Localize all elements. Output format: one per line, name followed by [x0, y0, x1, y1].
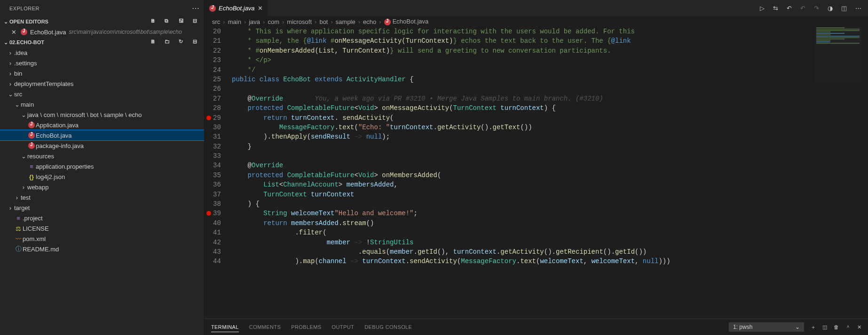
project-header[interactable]: ⌄ 02.ECHO-BOT 🗎 🗀 ↻ ⊟ [0, 37, 204, 47]
breadcrumb-segment[interactable]: java [249, 18, 260, 25]
breadcrumb-segment[interactable]: microsoft [287, 18, 312, 25]
breakpoint-icon[interactable] [206, 211, 211, 216]
close-all-icon[interactable]: ⊟ [193, 18, 200, 25]
folder-item[interactable]: ⌄main [0, 99, 204, 109]
editor-group: EchoBot.java ✕ ▷ ⇆ ↶ ↶ ↷ ◑ ◫ ⋯ src›main›… [205, 0, 868, 335]
panel-tab-debug-console[interactable]: DEBUG CONSOLE [364, 324, 412, 330]
close-icon[interactable]: ✕ [258, 5, 263, 12]
breadcrumb-segment[interactable]: echo [363, 18, 376, 25]
file-item[interactable]: {}log4j2.json [0, 171, 204, 182]
license-file-icon: ⚖ [14, 225, 23, 232]
more-actions-icon[interactable]: ⋯ [855, 5, 861, 12]
tree-label: log4j2.json [36, 173, 65, 180]
line-number: 44 [213, 257, 225, 266]
open-editor-item[interactable]: ✕ EchoBot.java src\main\java\com\microso… [0, 27, 204, 37]
collapse-all-icon[interactable]: ⊟ [193, 39, 200, 46]
line-number: 39 [213, 209, 225, 218]
open-editors-header[interactable]: ⌄ OPEN EDITORS 🗎 ⧉ 🖫 ⊟ [0, 16, 204, 27]
close-icon[interactable]: ✕ [11, 29, 18, 36]
tab-label: EchoBot.java [219, 5, 255, 12]
new-folder-icon[interactable]: 🗀 [165, 39, 172, 46]
tree-label: webapp [27, 184, 49, 191]
chevron-right-icon: › [7, 80, 14, 87]
line-number: 28 [213, 103, 225, 113]
history-icon[interactable]: ◑ [828, 5, 833, 12]
maximize-panel-icon[interactable]: ＾ [845, 324, 851, 331]
line-number: 40 [213, 218, 225, 228]
folder-item[interactable]: ›test [0, 192, 204, 203]
file-item[interactable]: 〰pom.xml [0, 234, 204, 244]
line-number: 43 [213, 247, 225, 257]
project-actions: 🗎 🗀 ↻ ⊟ [150, 39, 200, 46]
line-number: 20 [213, 27, 225, 36]
close-panel-icon[interactable]: ✕ [857, 324, 861, 330]
layout-icon[interactable]: ⧉ [165, 18, 172, 25]
panel-tab-problems[interactable]: PROBLEMS [291, 324, 321, 330]
java-file-icon [21, 29, 27, 35]
file-item[interactable]: Application.java [0, 120, 204, 130]
code-editor[interactable]: 2021222324252627282930313233343536373839… [205, 27, 868, 319]
file-item[interactable]: ⚖LICENSE [0, 223, 204, 234]
panel-tab-output[interactable]: OUTPUT [332, 324, 355, 330]
chevron-down-icon: ⌄ [13, 101, 21, 108]
refresh-icon[interactable]: ↻ [179, 39, 186, 46]
tab-bar: EchoBot.java ✕ ▷ ⇆ ↶ ↶ ↷ ◑ ◫ ⋯ [205, 0, 868, 16]
folder-item[interactable]: ›.idea [0, 47, 204, 58]
folder-item[interactable]: ⌄src [0, 89, 204, 99]
folder-item[interactable]: ›deploymentTemplates [0, 78, 204, 89]
new-file-icon[interactable]: 🗎 [150, 39, 158, 46]
split-editor-icon[interactable]: ◫ [841, 5, 847, 12]
file-tree: ›.idea›.settings›bin›deploymentTemplates… [0, 47, 204, 335]
line-number: 23 [213, 55, 225, 65]
tree-label: application.properties [36, 163, 94, 170]
new-terminal-icon[interactable]: ＋ [811, 324, 816, 331]
breadcrumb[interactable]: src›main›java›com›microsoft›bot›sample›e… [205, 16, 868, 27]
folder-item[interactable]: ⌄java \ com \ microsoft \ bot \ sample \… [0, 109, 204, 120]
folder-item[interactable]: ›.settings [0, 58, 204, 68]
breakpoint-gutter[interactable] [205, 27, 213, 319]
tree-label: deploymentTemplates [14, 80, 73, 87]
compare-icon[interactable]: ⇆ [773, 5, 778, 12]
tree-label: .settings [14, 60, 37, 67]
tree-label: package-info.java [36, 142, 84, 149]
terminal-selector[interactable]: 1: pwsh ⌄ [729, 322, 804, 332]
file-item[interactable]: EchoBot.java [0, 130, 204, 140]
breadcrumb-segment[interactable]: src [212, 18, 220, 25]
breakpoint-icon[interactable] [206, 116, 211, 120]
chevron-right-icon: › [7, 70, 14, 77]
folder-item[interactable]: ›target [0, 203, 204, 213]
split-terminal-icon[interactable]: ◫ [822, 324, 827, 330]
line-number-gutter: 2021222324252627282930313233343536373839… [213, 27, 232, 319]
file-item[interactable]: ≡.project [0, 213, 204, 223]
git-prev-icon[interactable]: ↶ [787, 5, 792, 12]
panel-tab-comments[interactable]: COMMENTS [249, 324, 281, 330]
folder-item[interactable]: ⌄resources [0, 151, 204, 161]
project-title: 02.ECHO-BOT [9, 39, 44, 45]
new-file-icon[interactable]: 🗎 [150, 18, 158, 25]
tree-label: src [14, 91, 22, 98]
tab-echobot[interactable]: EchoBot.java ✕ [205, 0, 268, 16]
chevron-right-icon: › [13, 194, 21, 201]
folder-item[interactable]: ›webapp [0, 182, 204, 192]
breadcrumb-segment[interactable]: EchoBot.java [384, 18, 429, 25]
file-item[interactable]: ≡application.properties [0, 161, 204, 171]
explorer-more-icon[interactable]: ⋯ [192, 4, 200, 13]
minimap[interactable] [814, 27, 861, 83]
line-number: 34 [213, 161, 225, 170]
kill-terminal-icon[interactable]: 🗑 [834, 324, 839, 330]
save-all-icon[interactable]: 🖫 [179, 18, 186, 25]
line-number: 37 [213, 190, 225, 199]
breadcrumb-segment[interactable]: sample [336, 18, 355, 25]
file-item[interactable]: package-info.java [0, 140, 204, 151]
tree-label: java \ com \ microsoft \ bot \ sample \ … [27, 111, 142, 118]
tree-label: .project [23, 215, 43, 222]
run-icon[interactable]: ▷ [760, 5, 765, 12]
breadcrumb-segment[interactable]: bot [319, 18, 328, 25]
panel-tab-terminal[interactable]: TERMINAL [211, 324, 239, 332]
folder-item[interactable]: ›bin [0, 68, 204, 78]
breadcrumb-segment[interactable]: main [228, 18, 241, 25]
breadcrumb-segment[interactable]: com [268, 18, 279, 25]
code-content[interactable]: * This is where application specific log… [232, 27, 868, 319]
line-number: 26 [213, 84, 225, 93]
file-item[interactable]: ⓘREADME.md [0, 244, 204, 254]
